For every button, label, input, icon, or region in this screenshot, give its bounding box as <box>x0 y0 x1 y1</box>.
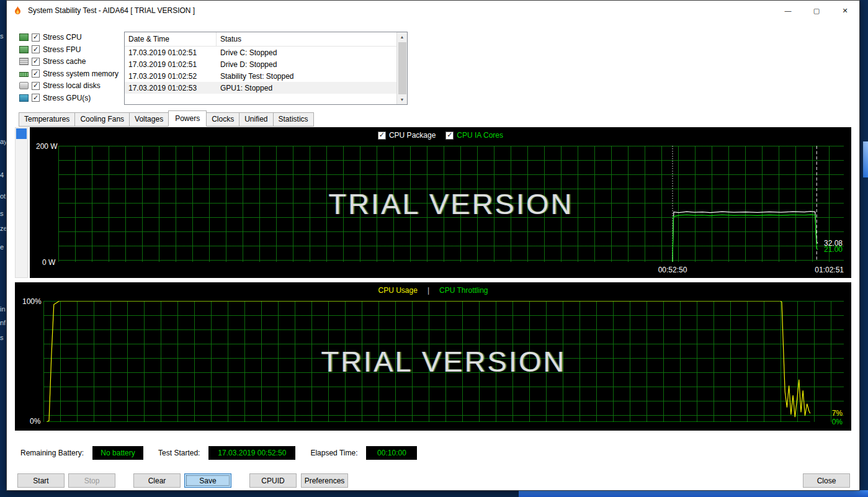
desktop-text-fragment: s <box>0 334 4 341</box>
tab-cooling-fans[interactable]: Cooling Fans <box>74 112 130 127</box>
log-cell-time: 17.03.2019 01:02:51 <box>125 60 217 69</box>
chart-scrollbar-thumb[interactable] <box>16 128 27 139</box>
clear-button[interactable]: Clear <box>133 473 181 488</box>
close-window-button[interactable]: ✕ <box>831 1 859 20</box>
gpu-icon <box>19 94 29 102</box>
stress-option-cache[interactable]: Stress cache <box>19 57 122 66</box>
x-axis-tick: 00:52:50 <box>658 266 687 274</box>
test-started-value: 17.03.2019 00:52:50 <box>208 446 295 460</box>
desktop-text-fragment: 4 <box>0 171 4 179</box>
stop-button[interactable]: Stop <box>68 473 115 488</box>
stress-disks-checkbox[interactable] <box>32 82 40 90</box>
desktop-text-fragment: in <box>0 305 6 313</box>
tab-voltages[interactable]: Voltages <box>129 112 169 127</box>
desktop-text-fragment: e <box>0 243 4 251</box>
tab-powers[interactable]: Powers <box>168 110 207 127</box>
cpu-icon <box>19 34 29 41</box>
power-x-axis-labels: 00:52:5001:02:51 <box>58 266 844 275</box>
log-row[interactable]: 17.03.2019 01:02:53 GPU1: Stopped <box>125 82 396 94</box>
log-header[interactable]: Date & Time Status <box>125 32 396 47</box>
taskbar-dark-strip <box>0 490 519 497</box>
desktop-text-fragment: s <box>0 32 4 40</box>
cache-icon <box>19 58 29 65</box>
legend-cpu-throttling: CPU Throttling <box>439 286 488 295</box>
save-button[interactable]: Save <box>184 473 231 488</box>
close-button[interactable]: Close <box>803 473 850 488</box>
log-column-date[interactable]: Date & Time <box>125 32 217 46</box>
scroll-down-icon[interactable]: ▼ <box>400 95 405 104</box>
stress-option-fpu[interactable]: Stress FPU <box>19 45 122 54</box>
y-axis-min-label: 0% <box>30 417 40 426</box>
log-cell-status: Drive D: Stopped <box>217 60 396 69</box>
stress-disks-label: Stress local disks <box>43 81 101 90</box>
window-content: Stress CPU Stress FPU Stress cache Stres… <box>7 20 859 490</box>
log-cell-time: 17.03.2019 01:02:52 <box>125 72 217 81</box>
y-axis-max-label: 100% <box>22 297 42 306</box>
maximize-button[interactable]: ▢ <box>802 1 831 20</box>
event-log-table: Date & Time Status 17.03.2019 01:02:51 D… <box>124 32 408 105</box>
legend-cpu-ia-cores[interactable]: CPU IA Cores <box>445 131 503 140</box>
legend-cpu-usage: CPU Usage <box>378 286 418 295</box>
series-cpu-usage <box>47 301 810 422</box>
stress-fpu-checkbox[interactable] <box>32 45 40 53</box>
desktop-text-fragment: nf <box>0 319 6 326</box>
stress-options-list: Stress CPU Stress FPU Stress cache Stres… <box>19 32 122 105</box>
chart-vertical-scrollbar[interactable] <box>15 127 28 278</box>
stress-option-disks[interactable]: Stress local disks <box>19 81 122 90</box>
series-cpu-ia-cores <box>673 215 818 262</box>
stress-cache-label: Stress cache <box>43 57 86 66</box>
tab-clocks[interactable]: Clocks <box>206 112 239 127</box>
battery-label: Remaining Battery: <box>20 449 84 457</box>
tab-unified[interactable]: Unified <box>239 112 273 127</box>
usage-plot-area: TRIAL VERSION <box>43 301 844 422</box>
log-cell-time: 17.03.2019 01:02:53 <box>125 84 217 92</box>
minimize-button[interactable]: — <box>774 1 802 20</box>
status-bar: Remaining Battery: No battery Test Start… <box>20 446 851 460</box>
tab-temperatures[interactable]: Temperatures <box>19 112 75 127</box>
disk-icon <box>19 82 29 89</box>
stress-option-cpu[interactable]: Stress CPU <box>19 33 122 42</box>
cpuid-button[interactable]: CPUID <box>249 473 297 488</box>
log-cell-status: Stability Test: Stopped <box>217 72 396 81</box>
log-row[interactable]: 17.03.2019 01:02:51 Drive C: Stopped <box>125 47 396 58</box>
log-scrollbar[interactable]: ▲ ▼ <box>396 32 407 104</box>
log-row[interactable]: 17.03.2019 01:02:52 Stability Test: Stop… <box>125 70 396 82</box>
log-cell-status: Drive C: Stopped <box>217 48 396 57</box>
log-column-status[interactable]: Status <box>217 32 396 46</box>
stress-memory-label: Stress system memory <box>43 69 119 78</box>
stress-option-gpu[interactable]: Stress GPU(s) <box>19 94 122 102</box>
legend-cpu-package[interactable]: CPU Package <box>378 131 436 140</box>
y-axis-min-label: 0 W <box>42 258 55 267</box>
tab-statistics[interactable]: Statistics <box>273 112 314 127</box>
legend-separator: | <box>427 286 429 295</box>
legend-label: CPU Usage <box>378 286 418 295</box>
fpu-icon <box>19 46 29 53</box>
usage-chart-legend: CPU Usage|CPU Throttling <box>15 286 851 295</box>
stability-test-window: System Stability Test - AIDA64 [ TRIAL V… <box>6 0 860 491</box>
power-chart-legend: CPU PackageCPU IA Cores <box>30 131 851 140</box>
legend-label: CPU Throttling <box>439 286 488 295</box>
legend-checkbox[interactable] <box>445 132 454 140</box>
taskbar-strip <box>519 490 868 497</box>
window-title: System Stability Test - AIDA64 [ TRIAL V… <box>28 6 195 15</box>
log-row[interactable]: 17.03.2019 01:02:51 Drive D: Stopped <box>125 58 396 70</box>
desktop-text-fragment: s <box>0 210 4 217</box>
start-button[interactable]: Start <box>17 473 65 488</box>
battery-value: No battery <box>92 446 143 460</box>
desktop-text-fragment: ot <box>0 192 6 200</box>
stress-gpu-checkbox[interactable] <box>32 94 40 102</box>
scroll-thumb[interactable] <box>398 42 406 94</box>
legend-checkbox[interactable] <box>378 132 386 140</box>
elapsed-time-value: 00:10:00 <box>366 446 417 460</box>
scroll-up-icon[interactable]: ▲ <box>400 32 405 42</box>
log-cell-status: GPU1: Stopped <box>217 84 396 92</box>
stress-option-memory[interactable]: Stress system memory <box>19 69 122 78</box>
stress-cpu-checkbox[interactable] <box>32 34 40 42</box>
titlebar[interactable]: System Stability Test - AIDA64 [ TRIAL V… <box>7 1 859 20</box>
series-cpu-package <box>673 212 818 262</box>
screen-edge-accent <box>863 141 868 177</box>
stress-memory-checkbox[interactable] <box>32 69 40 78</box>
log-cell-time: 17.03.2019 01:02:51 <box>125 48 217 57</box>
preferences-button[interactable]: Preferences <box>301 473 348 488</box>
stress-cache-checkbox[interactable] <box>32 58 40 66</box>
